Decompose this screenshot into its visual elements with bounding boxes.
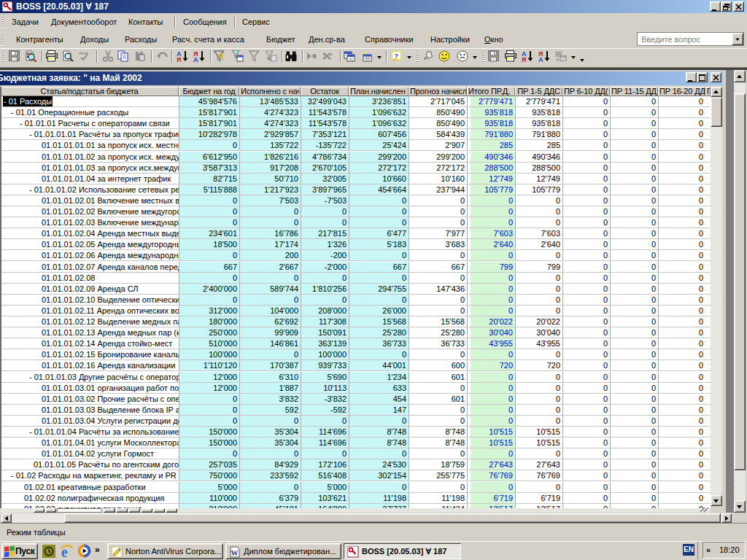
svg-text:А: А xyxy=(538,56,543,63)
svg-text:W: W xyxy=(231,549,239,557)
svg-text:Я: Я xyxy=(522,56,526,63)
svg-text:?: ? xyxy=(395,52,399,60)
svg-text:Я: Я xyxy=(177,56,181,63)
svg-text:А: А xyxy=(193,56,198,63)
